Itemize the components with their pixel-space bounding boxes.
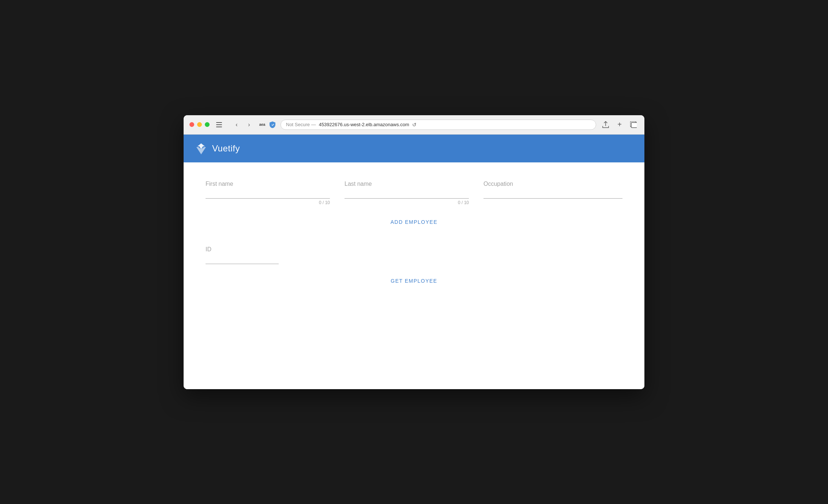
svg-rect-1 — [216, 124, 222, 125]
browser-actions: + — [601, 120, 639, 130]
first-name-input[interactable] — [206, 189, 330, 199]
first-name-field: First name 0 / 10 — [206, 181, 330, 205]
not-secure-label: Not Secure — — [286, 122, 316, 127]
svg-rect-4 — [631, 123, 637, 128]
shield-extension-icon[interactable] — [269, 121, 276, 128]
vuetify-logo — [195, 142, 208, 155]
browser-chrome: ‹ › aea Not Secure — 453922676.us-west-2… — [184, 115, 644, 135]
last-name-input[interactable] — [345, 189, 469, 199]
url-text: 453922676.us-west-2.elb.amazonaws.com — [319, 122, 409, 127]
back-button[interactable]: ‹ — [232, 120, 242, 130]
first-name-label: First name — [206, 181, 330, 187]
occupation-label: Occupation — [483, 181, 622, 187]
share-button[interactable] — [601, 120, 611, 130]
occupation-field: Occupation — [483, 181, 622, 205]
app-content: First name 0 / 10 Last name 0 / 10 Occup… — [184, 162, 644, 389]
sidebar-toggle-icon[interactable] — [214, 120, 224, 130]
last-name-label: Last name — [345, 181, 469, 187]
id-input[interactable] — [206, 254, 279, 264]
new-tab-button[interactable]: + — [614, 120, 625, 130]
reload-button[interactable]: ↺ — [412, 122, 417, 128]
maximize-button[interactable] — [205, 122, 210, 127]
svg-rect-2 — [216, 127, 222, 127]
minimize-button[interactable] — [197, 122, 202, 127]
last-name-counter: 0 / 10 — [345, 200, 469, 205]
address-bar[interactable]: Not Secure — 453922676.us-west-2.elb.ama… — [281, 120, 596, 130]
app-header: Vuetify — [184, 135, 644, 162]
app-title: Vuetify — [212, 143, 240, 154]
forward-button[interactable]: › — [244, 120, 254, 130]
name-row: First name 0 / 10 Last name 0 / 10 Occup… — [206, 181, 622, 205]
id-label: ID — [206, 246, 279, 253]
extensions: aea — [259, 121, 276, 128]
tabs-overview-button[interactable] — [628, 120, 639, 130]
add-employee-section: First name 0 / 10 Last name 0 / 10 Occup… — [206, 181, 622, 228]
get-employee-section: ID GET EMPLOYEE — [206, 246, 622, 287]
add-employee-row: ADD EMPLOYEE — [206, 216, 622, 228]
first-name-counter: 0 / 10 — [206, 200, 330, 205]
add-employee-button[interactable]: ADD EMPLOYEE — [385, 216, 443, 228]
traffic-lights — [189, 122, 210, 127]
id-row: ID — [206, 246, 622, 264]
occupation-input[interactable] — [483, 189, 622, 199]
get-employee-row: GET EMPLOYEE — [206, 275, 622, 287]
id-field: ID — [206, 246, 279, 264]
svg-rect-0 — [216, 122, 222, 123]
browser-window: ‹ › aea Not Secure — 453922676.us-west-2… — [184, 115, 644, 389]
browser-controls: ‹ › — [232, 120, 254, 130]
close-button[interactable] — [189, 122, 194, 127]
last-name-field: Last name 0 / 10 — [345, 181, 469, 205]
amazon-extension-icon[interactable]: aea — [259, 121, 266, 128]
get-employee-button[interactable]: GET EMPLOYEE — [385, 275, 443, 287]
